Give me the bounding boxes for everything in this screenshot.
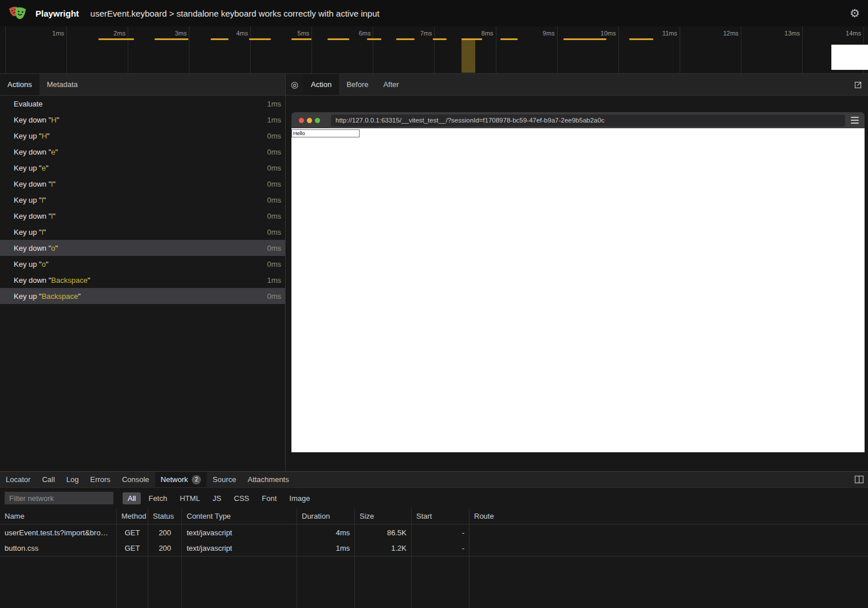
settings-gear-icon[interactable]: ⚙ [850, 7, 860, 19]
action-title: Key up "Backspace" [14, 292, 267, 301]
network-filter-row: AllFetchHTMLJSCSSFontImage [0, 488, 868, 508]
traffic-light-green-icon [315, 118, 320, 123]
tab-label: Source [212, 475, 236, 484]
tab-before[interactable]: Before [339, 74, 376, 95]
tab-console[interactable]: Console [116, 472, 155, 487]
timeline[interactable]: 1ms2ms3ms4ms5ms6ms7ms8ms9ms10ms11ms12ms1… [0, 26, 868, 74]
timeline-ms-label: 11ms [662, 30, 677, 37]
timeline-action-tick [249, 38, 271, 40]
filter-chip-js[interactable]: JS [207, 492, 226, 504]
timeline-ms-label: 12ms [723, 30, 739, 37]
action-row[interactable]: Key down "e"0ms [0, 144, 285, 160]
action-key: o [51, 244, 55, 252]
snapshot-text-input[interactable] [291, 129, 360, 137]
timeline-grid-line [5, 26, 6, 73]
action-key: e [51, 148, 55, 156]
split-view-icon[interactable] [854, 475, 864, 484]
filter-chip-font[interactable]: Font [257, 492, 282, 504]
network-cell [469, 524, 868, 540]
action-row[interactable]: Key up "l"0ms [0, 224, 285, 240]
tab-network[interactable]: Network2 [155, 472, 207, 487]
timeline-grid-line [618, 26, 619, 73]
timeline-grid-line [66, 26, 67, 73]
timeline-grid-line [741, 26, 741, 73]
action-title: Evaluate [14, 100, 267, 108]
action-title: Key down "Backspace" [14, 276, 267, 285]
timeline-action-tick [291, 38, 311, 40]
action-duration: 1ms [267, 276, 281, 285]
snapshot-panel: ◎ ActionBeforeAfter http://127.0.0.1:633… [286, 74, 868, 471]
snapshot-page [291, 128, 865, 452]
timeline-action-tick [433, 38, 447, 40]
tab-label: Locator [6, 475, 30, 484]
network-filler-cell [297, 556, 355, 608]
action-row[interactable]: Evaluate1ms [0, 96, 285, 112]
action-title: Key down "l" [14, 212, 267, 220]
action-row[interactable]: Key up "Backspace"0ms [0, 288, 285, 304]
filter-chip-fetch[interactable]: Fetch [143, 492, 172, 504]
tab-locator[interactable]: Locator [0, 472, 36, 487]
network-cell: 4ms [297, 524, 355, 540]
tab-metadata[interactable]: Metadata [40, 74, 85, 95]
network-cell: 86.5K [355, 524, 412, 540]
network-cell: - [412, 524, 469, 540]
tab-source[interactable]: Source [207, 472, 242, 487]
network-count-badge: 2 [192, 475, 201, 484]
timeline-ms-label: 8ms [482, 30, 494, 37]
tab-log[interactable]: Log [61, 472, 85, 487]
network-filler-cell [355, 556, 412, 608]
filter-chip-css[interactable]: CSS [229, 492, 255, 504]
tab-after[interactable]: After [376, 74, 406, 95]
pick-locator-icon[interactable]: ◎ [286, 74, 303, 95]
action-row[interactable]: Key down "l"0ms [0, 176, 285, 192]
tab-actions[interactable]: Actions [0, 74, 40, 95]
actions-list: Evaluate1msKey down "H"1msKey up "H"0msK… [0, 96, 285, 471]
open-external-icon[interactable] [854, 80, 863, 89]
action-key: e [42, 164, 46, 172]
tab-attachments[interactable]: Attachments [242, 472, 294, 487]
action-title: Key up "l" [14, 228, 267, 236]
timeline-grid-line [802, 26, 803, 73]
timeline-action-tick [155, 38, 188, 40]
snapshot-area: http://127.0.0.1:63315/__vitest_test__/?… [286, 96, 868, 471]
network-cell: text/javascript [182, 540, 297, 556]
network-filler-cell [182, 556, 297, 608]
action-row[interactable]: Key up "o"0ms [0, 256, 285, 272]
action-row[interactable]: Key down "Backspace"1ms [0, 272, 285, 288]
network-row[interactable]: button.cssGET200text/javascript1ms1.2K- [0, 540, 868, 556]
tab-call[interactable]: Call [36, 472, 60, 487]
network-cell: 1ms [297, 540, 355, 556]
action-row[interactable]: Key down "l"0ms [0, 208, 285, 224]
timeline-action-tick [461, 38, 482, 40]
tab-errors[interactable]: Errors [84, 472, 116, 487]
action-title: Key down "l" [14, 180, 267, 188]
timeline-grid-line [250, 26, 251, 73]
network-cell: - [412, 540, 469, 556]
timeline-grid-line [189, 26, 190, 73]
tab-action[interactable]: Action [303, 74, 339, 95]
filter-chip-all[interactable]: All [123, 492, 141, 504]
column-header-status: Status [148, 508, 182, 524]
playwright-logo-icon [8, 3, 29, 23]
action-duration: 0ms [267, 180, 281, 188]
app-title: Playwright [35, 9, 79, 18]
film-strip-thumbnail [831, 45, 868, 70]
timeline-ms-label: 7ms [420, 30, 432, 37]
column-header-method: Method [117, 508, 148, 524]
timeline-ms-label: 13ms [784, 30, 800, 37]
timeline-ms-label: 9ms [543, 30, 555, 37]
action-row[interactable]: Key up "l"0ms [0, 192, 285, 208]
action-row[interactable]: Key down "o"0ms [0, 240, 285, 256]
filter-chip-html[interactable]: HTML [175, 492, 205, 504]
filter-chip-image[interactable]: Image [284, 492, 315, 504]
action-row[interactable]: Key up "H"0ms [0, 128, 285, 144]
details-panel: LocatorCallLogErrorsConsoleNetwork2Sourc… [0, 471, 868, 608]
column-header-route: Route [469, 508, 868, 524]
network-cell: 1.2K [355, 540, 412, 556]
action-row[interactable]: Key up "e"0ms [0, 160, 285, 176]
action-duration: 0ms [267, 196, 281, 204]
network-filter-input[interactable] [5, 492, 113, 504]
column-header-content-type: Content Type [182, 508, 297, 524]
network-row[interactable]: userEvent.test.ts?import&bro…GET200text/… [0, 524, 868, 540]
action-row[interactable]: Key down "H"1ms [0, 112, 285, 128]
